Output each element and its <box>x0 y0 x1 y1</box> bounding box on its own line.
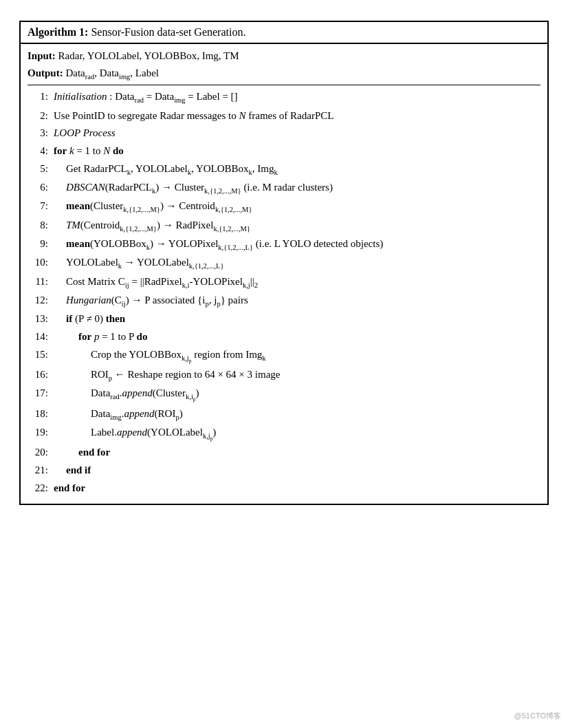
line-content: LOOP Process <box>54 125 540 142</box>
line-number: 12: <box>28 292 54 309</box>
line-content: end for <box>54 480 540 497</box>
algorithm-line-20: 20:end for <box>28 444 540 461</box>
output-label: Output: <box>28 67 63 78</box>
line-content: if (P ≠ 0) then <box>54 310 540 328</box>
algorithm-line-9: 9:mean(YOLOBBoxk) → YOLOPixelk,{1,2,...,… <box>28 235 540 253</box>
line-content: end for <box>54 444 540 461</box>
algorithm-line-14: 14:for p = 1 to P do <box>28 328 540 345</box>
line-number: 2: <box>28 107 54 125</box>
line-content: Datarad.append(Clusterk,ip) <box>54 385 540 404</box>
algorithm-line-17: 17:Datarad.append(Clusterk,ip) <box>28 385 540 404</box>
line-content: YOLOLabelk → YOLOLabelk,{1,2,...,L} <box>54 254 540 272</box>
algorithm-header: Algorithm 1: Sensor-Fusion data-set Gene… <box>21 22 547 44</box>
input-label: Input: <box>28 50 56 61</box>
algorithm-line-16: 16:ROIp ← Reshape region to 64 × 64 × 3 … <box>28 366 540 384</box>
line-content: Hungarian(Cij) → P associated {ip, jp} p… <box>54 292 540 310</box>
line-number: 7: <box>28 197 54 215</box>
algorithm-title-bold: Algorithm 1: <box>28 26 88 38</box>
line-number: 5: <box>28 160 54 178</box>
algorithm-line-13: 13:if (P ≠ 0) then <box>28 310 540 328</box>
line-number: 1: <box>28 88 54 105</box>
algorithm-line-7: 7:mean(Clusterk,{1,2,...,M}) → Centroidk… <box>28 197 540 215</box>
algorithm-lines: 1:Initialisation : Datarad = Dataimg = L… <box>28 88 540 496</box>
line-content: DBSCAN(RadarPCLk) → Clusterk,{1,2,...,M}… <box>54 179 540 197</box>
algorithm-line-5: 5:Get RadarPCLk, YOLOLabelk, YOLOBBoxk, … <box>28 160 540 178</box>
line-content: TM(Centroidk,{1,2,...,M}) → RadPixelk,{1… <box>54 217 540 235</box>
algorithm-line-21: 21:end if <box>28 462 540 479</box>
line-content: Label.append(YOLOLabelk,jp) <box>54 424 540 443</box>
input-value: Radar, YOLOLabel, YOLOBBox, Img, TM <box>58 50 239 61</box>
line-number: 10: <box>28 254 54 271</box>
algorithm-line-1: 1:Initialisation : Datarad = Dataimg = L… <box>28 88 540 106</box>
output-line: Output: Datarad, Dataimg, Label <box>28 65 540 83</box>
algorithm-line-3: 3:LOOP Process <box>28 125 540 142</box>
line-number: 20: <box>28 444 54 461</box>
line-number: 16: <box>28 366 54 383</box>
line-content: ROIp ← Reshape region to 64 × 64 × 3 ima… <box>54 366 540 384</box>
line-number: 19: <box>28 424 54 441</box>
algorithm-line-22: 22:end for <box>28 480 540 497</box>
line-number: 22: <box>28 480 54 497</box>
line-number: 21: <box>28 462 54 479</box>
line-content: end if <box>54 462 540 479</box>
line-content: mean(Clusterk,{1,2,...,M}) → Centroidk,{… <box>54 197 540 215</box>
watermark: @51CTO博客 <box>514 711 561 721</box>
line-number: 15: <box>28 346 54 363</box>
line-content: Dataimg.append(ROIp) <box>54 405 540 423</box>
algorithm-line-8: 8:TM(Centroidk,{1,2,...,M}) → RadPixelk,… <box>28 217 540 235</box>
line-content: for p = 1 to P do <box>54 328 540 345</box>
output-value: Datarad, Dataimg, Label <box>65 67 159 78</box>
line-content: Crop the YOLOBBoxk,jp region from Imgk <box>54 346 540 365</box>
separator-line <box>28 85 540 85</box>
line-number: 13: <box>28 310 54 328</box>
line-number: 8: <box>28 217 54 234</box>
input-line: Input: Radar, YOLOLabel, YOLOBBox, Img, … <box>28 48 540 64</box>
line-content: Use PointID to segregate Radar messages … <box>54 107 540 125</box>
algorithm-line-19: 19:Label.append(YOLOLabelk,jp) <box>28 424 540 443</box>
line-number: 6: <box>28 179 54 196</box>
line-number: 17: <box>28 385 54 402</box>
line-number: 18: <box>28 405 54 422</box>
algorithm-line-11: 11:Cost Matrix Cij = ||RadPixelk,i-YOLOP… <box>28 273 540 291</box>
algorithm-line-12: 12:Hungarian(Cij) → P associated {ip, jp… <box>28 292 540 310</box>
line-number: 3: <box>28 125 54 142</box>
algorithm-line-6: 6:DBSCAN(RadarPCLk) → Clusterk,{1,2,...,… <box>28 179 540 197</box>
algorithm-title-rest: Sensor-Fusion data-set Generation. <box>91 26 245 38</box>
line-content: for k = 1 to N do <box>54 142 540 160</box>
algorithm-line-2: 2:Use PointID to segregate Radar message… <box>28 107 540 125</box>
line-content: mean(YOLOBBoxk) → YOLOPixelk,{1,2,...,L}… <box>54 235 540 253</box>
algorithm-body: Input: Radar, YOLOLabel, YOLOBBox, Img, … <box>21 44 547 504</box>
algorithm-container: Algorithm 1: Sensor-Fusion data-set Gene… <box>19 21 549 505</box>
line-number: 11: <box>28 273 54 290</box>
line-number: 4: <box>28 142 54 160</box>
line-number: 14: <box>28 328 54 345</box>
line-content: Cost Matrix Cij = ||RadPixelk,i-YOLOPixe… <box>54 273 540 291</box>
line-content: Initialisation : Datarad = Dataimg = Lab… <box>54 88 540 106</box>
line-content: Get RadarPCLk, YOLOLabelk, YOLOBBoxk, Im… <box>54 160 540 178</box>
algorithm-line-15: 15:Crop the YOLOBBoxk,jp region from Img… <box>28 346 540 365</box>
algorithm-line-10: 10:YOLOLabelk → YOLOLabelk,{1,2,...,L} <box>28 254 540 272</box>
algorithm-line-4: 4:for k = 1 to N do <box>28 142 540 160</box>
algorithm-line-18: 18:Dataimg.append(ROIp) <box>28 405 540 423</box>
line-number: 9: <box>28 235 54 253</box>
